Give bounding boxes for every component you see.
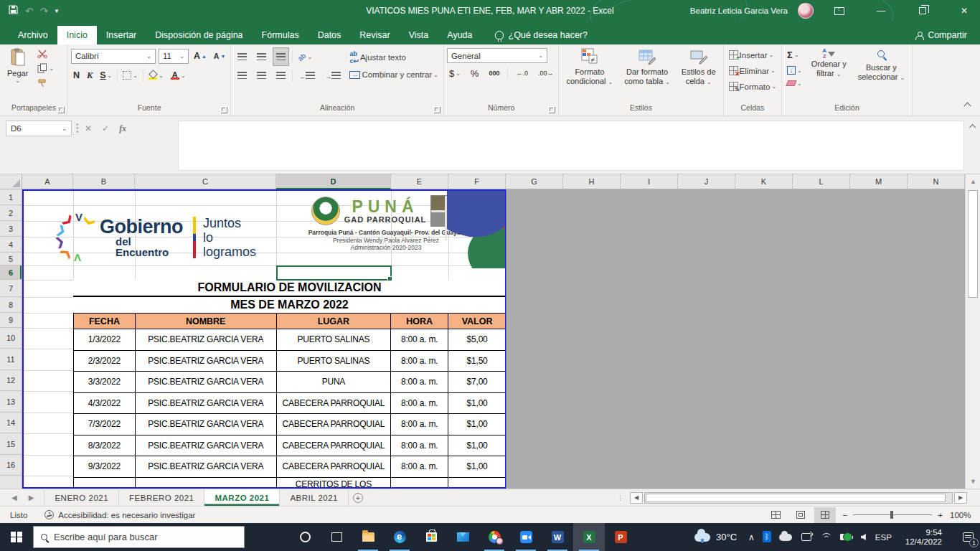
paste-button[interactable]: Pegar: [3, 46, 32, 85]
table-row[interactable]: 10/3/2022 PSIC.BEATRIZ GARCIA VERA CERRI…: [74, 477, 506, 489]
cell-hora[interactable]: 8:00 a. m.: [391, 478, 448, 489]
font-size-select[interactable]: 11: [159, 49, 189, 64]
cell-fecha[interactable]: 7/3/2022: [74, 414, 136, 435]
merge-center-button[interactable]: ↔Combinar y centrar: [347, 69, 440, 80]
align-left-button[interactable]: [234, 66, 250, 85]
show-hidden-icons[interactable]: ∧: [748, 532, 755, 542]
task-view-button[interactable]: [321, 523, 352, 551]
column-header[interactable]: I: [621, 174, 678, 189]
table-row[interactable]: 9/3/2022 PSIC.BEATRIZ GARCIA VERA CABECE…: [74, 456, 506, 477]
name-box[interactable]: D6: [6, 121, 72, 136]
column-header[interactable]: B: [73, 174, 135, 189]
menu-tab[interactable]: Insertar: [97, 26, 146, 44]
menu-tab[interactable]: Disposición de página: [146, 26, 252, 44]
page-layout-view-button[interactable]: [790, 507, 811, 523]
cell-valor[interactable]: $1,00: [448, 456, 506, 477]
row-header[interactable]: 15: [0, 433, 22, 455]
autosum-button[interactable]: Σ: [785, 48, 804, 62]
cell-fecha[interactable]: 9/3/2022: [74, 456, 136, 477]
sheet-canvas[interactable]: V ❯ ❯ ❯ ❯ ❯ Λ Gobierno del Encuentro Jun…: [22, 189, 965, 489]
copy-button[interactable]: [35, 62, 56, 75]
cell-hora[interactable]: 8:00 a. m.: [391, 372, 448, 392]
format-cells-button[interactable]: ✎Formato: [727, 80, 779, 93]
row-header[interactable]: 7: [0, 280, 22, 297]
align-top-button[interactable]: [234, 47, 250, 66]
comma-style-button[interactable]: 000: [486, 68, 501, 78]
increase-indent-button[interactable]: →: [321, 66, 344, 85]
zoom-out-button[interactable]: −: [843, 511, 848, 519]
table-row[interactable]: 7/3/2022 PSIC.BEATRIZ GARCIA VERA CABECE…: [74, 413, 506, 435]
redo-icon[interactable]: ↷: [40, 6, 48, 17]
cell-nombre[interactable]: PSIC.BEATRIZ GARCIA VERA: [136, 393, 277, 414]
cell-nombre[interactable]: PSIC.BEATRIZ GARCIA VERA: [136, 478, 277, 489]
mail-button[interactable]: [447, 523, 479, 551]
sort-filter-button[interactable]: AZ Ordenar yfiltrar: [807, 46, 851, 80]
font-dialog-launcher-icon[interactable]: [221, 107, 227, 113]
cell-lugar[interactable]: CABECERA PARROQUIAL: [277, 435, 392, 456]
cell-fecha[interactable]: 2/3/2022: [74, 351, 136, 372]
new-sheet-button[interactable]: +: [349, 489, 367, 506]
format-as-table-button[interactable]: Dar formatocomo tabla: [620, 46, 674, 88]
column-header[interactable]: N: [908, 174, 965, 189]
accessibility-checker[interactable]: Accesibilidad: es necesario investigar: [37, 510, 202, 519]
scroll-down-icon[interactable]: ▼: [966, 474, 980, 489]
cell-nombre[interactable]: PSIC.BEATRIZ GARCIA VERA: [136, 372, 277, 392]
currency-button[interactable]: $: [447, 67, 463, 80]
italic-button[interactable]: K: [85, 69, 95, 83]
decrease-indent-button[interactable]: ←: [296, 66, 319, 85]
hscroll-left-icon[interactable]: ◀: [630, 492, 643, 504]
sheet-tab[interactable]: FEBRERO 2021: [119, 489, 204, 506]
column-header[interactable]: F: [448, 174, 506, 189]
table-row[interactable]: 3/3/2022 PSIC.BEATRIZ GARCIA VERA PUNA 8…: [74, 371, 506, 392]
row-header[interactable]: 9: [0, 313, 22, 328]
row-header[interactable]: 1: [0, 189, 22, 205]
table-header-cell[interactable]: LUGAR: [277, 314, 392, 329]
bold-button[interactable]: N: [71, 69, 82, 82]
store-button[interactable]: [415, 523, 447, 551]
borders-button[interactable]: [121, 70, 140, 81]
cortana-button[interactable]: [289, 523, 321, 551]
table-header-cell[interactable]: HORA: [391, 314, 448, 329]
cell-nombre[interactable]: PSIC.BEATRIZ GARCIA VERA: [136, 414, 277, 435]
cell-hora[interactable]: 8:00 a. m.: [391, 414, 448, 435]
user-avatar[interactable]: [798, 3, 814, 19]
column-header[interactable]: J: [678, 174, 735, 189]
action-center-button[interactable]: 1: [956, 523, 980, 551]
table-header-cell[interactable]: FECHA: [74, 314, 136, 329]
column-header[interactable]: M: [850, 174, 908, 189]
row-header[interactable]: 6: [0, 265, 22, 280]
cell-lugar[interactable]: CERRITOS DE LOS: [277, 478, 392, 489]
zoom-slider-thumb[interactable]: [890, 511, 893, 519]
align-bottom-button[interactable]: [273, 47, 289, 66]
menu-tab[interactable]: Datos: [308, 26, 351, 44]
cell-styles-button[interactable]: Estilos decelda: [677, 46, 720, 88]
cell-valor[interactable]: $5,00: [448, 329, 506, 350]
sheet-tab[interactable]: MARZO 2021: [204, 489, 280, 506]
cell-valor[interactable]: $1,00: [448, 393, 506, 414]
cell-lugar[interactable]: PUERTO SALINAS: [277, 351, 392, 372]
column-header[interactable]: L: [793, 174, 850, 189]
zoom-in-button[interactable]: +: [938, 511, 943, 519]
close-button[interactable]: ✕: [948, 0, 980, 22]
menu-tab[interactable]: Inicio: [57, 26, 97, 44]
weather-widget[interactable]: 30°C: [686, 532, 745, 542]
column-header[interactable]: H: [563, 174, 621, 189]
collapse-formula-bar-icon[interactable]: [969, 124, 976, 131]
insert-function-icon[interactable]: fx: [119, 123, 126, 134]
row-header[interactable]: 5: [0, 253, 22, 265]
cell-lugar[interactable]: PUERTO SALINAS: [277, 329, 392, 350]
meet-now-icon[interactable]: [801, 533, 811, 541]
clipboard-dialog-launcher-icon[interactable]: [58, 107, 65, 113]
wifi-icon[interactable]: [821, 533, 831, 541]
restore-button[interactable]: [907, 0, 938, 22]
battery-icon[interactable]: [840, 534, 852, 540]
tab-splitter-icon[interactable]: ⋮: [617, 494, 624, 501]
onedrive-icon[interactable]: [779, 534, 792, 541]
wrap-text-button[interactable]: abc↩Ajustar texto: [347, 49, 440, 66]
decrease-decimal-button[interactable]: .00→: [536, 68, 556, 78]
cell-fecha[interactable]: 1/3/2022: [74, 329, 136, 350]
menu-tab[interactable]: Revisar: [350, 26, 399, 44]
table-header-cell[interactable]: NOMBRE: [136, 314, 277, 329]
insert-cells-button[interactable]: +Insertar: [727, 49, 779, 61]
table-header-cell[interactable]: VALOR: [448, 314, 506, 329]
